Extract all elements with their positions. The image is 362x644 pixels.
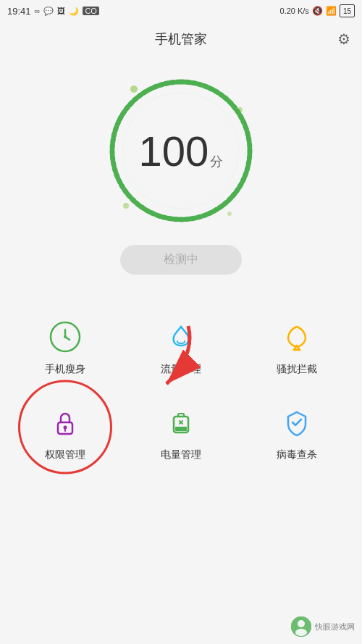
signal-icon: 📶 — [326, 6, 337, 16]
watermark: 快眼游戏网 — [291, 616, 355, 637]
score-value: 100 — [139, 127, 209, 175]
menu-item-permission[interactable]: 权限管理 — [7, 389, 123, 474]
virus-icon-wrapper — [277, 402, 317, 443]
menu-item-slim[interactable]: 手机瘦身 — [7, 304, 123, 389]
watermark-text: 快眼游戏网 — [315, 622, 355, 632]
virus-label: 病毒查杀 — [277, 448, 317, 461]
intercept-label: 骚扰拦截 — [277, 363, 317, 376]
svg-rect-12 — [178, 414, 184, 417]
menu-item-virus[interactable]: 病毒查杀 — [239, 389, 355, 474]
svg-point-4 — [64, 335, 67, 338]
menu-item-battery[interactable]: 电量管理 — [123, 389, 239, 474]
permission-lock-icon — [48, 405, 83, 440]
app-header: 手机管家 ⚙ — [0, 22, 362, 57]
status-time: 19:41 — [7, 6, 31, 17]
score-unit: 分 — [210, 153, 223, 170]
score-display: 100 分 — [139, 127, 224, 175]
traffic-label: 流量管理 — [161, 363, 201, 376]
menu-item-intercept[interactable]: 骚扰拦截 — [239, 304, 355, 389]
slim-label: 手机瘦身 — [45, 363, 85, 376]
virus-shield-icon — [279, 405, 314, 440]
status-bar: 19:41 ∞ 💬 🖼 🌙 CO 0.20 K/s 🔇 📶 15 — [0, 0, 362, 22]
slim-icon-wrapper — [45, 317, 85, 357]
svg-point-19 — [295, 629, 307, 636]
intercept-icon — [279, 319, 314, 354]
detect-button[interactable]: 检测中 — [120, 245, 242, 275]
traffic-icon-wrapper — [161, 317, 201, 357]
traffic-icon — [164, 319, 198, 354]
permission-label: 权限管理 — [45, 448, 85, 461]
volume-icon: 🔇 — [312, 6, 323, 16]
battery-mgmt-icon-wrapper — [161, 402, 201, 443]
svg-point-18 — [298, 620, 305, 627]
permission-icon-wrapper — [45, 402, 85, 443]
settings-gear-icon[interactable]: ⚙ — [337, 30, 350, 48]
app-title: 手机管家 — [155, 30, 207, 48]
main-content: 100 分 检测中 手机瘦身 — [0, 57, 362, 474]
score-section: 100 分 — [101, 71, 261, 230]
battery-mgmt-label: 电量管理 — [161, 448, 201, 461]
menu-item-traffic[interactable]: 流量管理 — [123, 304, 239, 389]
slim-icon — [48, 319, 83, 354]
network-speed: 0.20 K/s — [280, 7, 309, 15]
co-badge: CO — [83, 7, 99, 15]
battery-mgmt-icon — [164, 405, 198, 440]
battery-icon: 15 — [340, 4, 355, 17]
status-right: 0.20 K/s 🔇 📶 15 — [280, 4, 355, 17]
status-left: 19:41 ∞ 💬 🖼 🌙 CO — [7, 6, 99, 17]
svg-rect-13 — [175, 427, 187, 431]
watermark-logo — [291, 616, 311, 637]
menu-grid: 手机瘦身 流量管理 骚扰拦截 — [0, 304, 362, 474]
intercept-icon-wrapper — [277, 317, 317, 357]
